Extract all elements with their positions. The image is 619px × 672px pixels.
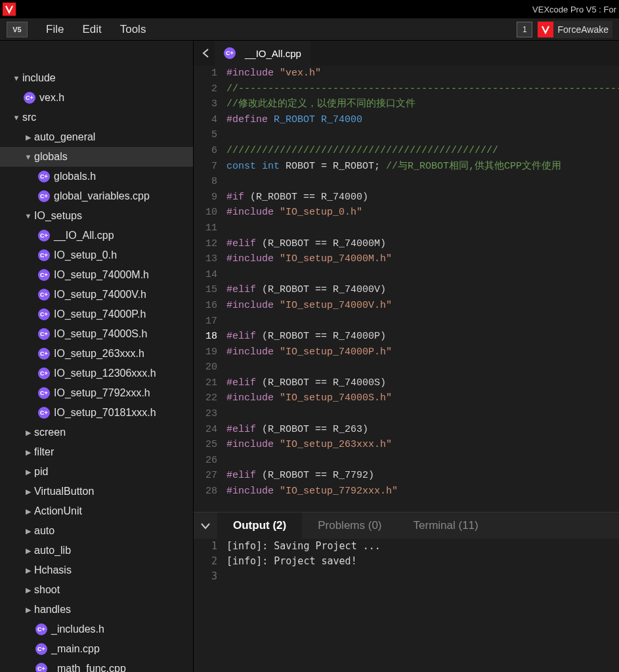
editor-tabbar: C+ __IO_All.cpp: [194, 41, 619, 66]
cpp-icon: C+: [38, 328, 50, 340]
back-button[interactable]: [198, 49, 215, 58]
tree-folder-virtualbutton[interactable]: VirtualButton: [0, 482, 193, 501]
panel-tab-terminal[interactable]: Terminal (11): [398, 513, 494, 539]
tree-file-global-variables[interactable]: C+global_variables.cpp: [0, 186, 193, 206]
cpp-icon: C+: [38, 230, 50, 242]
window-title: VEXcode Pro V5 : For: [532, 5, 616, 14]
active-line-gutter: 18: [194, 329, 226, 345]
tree-file-main-cpp[interactable]: C+_main.cpp: [0, 639, 193, 659]
tree-file-io-7792[interactable]: C+IO_setup_7792xxx.h: [0, 383, 193, 403]
cpp-icon: C+: [38, 387, 50, 399]
tree-folder-shoot[interactable]: shoot: [0, 580, 193, 600]
tree-folder-auto-general[interactable]: auto_general: [0, 127, 193, 147]
cpp-icon: C+: [38, 171, 50, 182]
cpp-icon: C+: [38, 269, 50, 281]
tree-file-io-74000m[interactable]: C+IO_setup_74000M.h: [0, 265, 193, 285]
cpp-icon: C+: [224, 47, 236, 59]
cpp-icon: C+: [38, 368, 50, 379]
tree-file-globals-h[interactable]: C+globals.h: [0, 167, 193, 186]
tree-folder-actionunit[interactable]: ActionUnit: [0, 501, 193, 521]
menu-file[interactable]: File: [37, 19, 73, 40]
tree-folder-handles[interactable]: handles: [0, 600, 193, 620]
project-selector[interactable]: ForceAwake: [538, 21, 612, 38]
tab-filename: __IO_All.cpp: [245, 48, 301, 59]
tree-folder-src[interactable]: src: [0, 108, 193, 127]
tree-folder-auto-lib[interactable]: auto_lib: [0, 541, 193, 560]
tree-file-includes-h[interactable]: C+_includes.h: [0, 620, 193, 639]
code-editor[interactable]: 1#include "vex.h" 2//-------------------…: [194, 66, 619, 512]
cpp-icon: C+: [38, 308, 50, 320]
cpp-icon: C+: [38, 249, 50, 261]
open-files-count[interactable]: 1: [517, 22, 532, 37]
tree-folder-screen[interactable]: screen: [0, 423, 193, 442]
app-logo-icon: [3, 3, 16, 16]
output-console[interactable]: 1[info]: Saving Project ... 2[info]: Pro…: [194, 539, 619, 672]
tree-file-io-all[interactable]: C+__IO_All.cpp: [0, 226, 193, 245]
tree-file-io-74000p[interactable]: C+IO_setup_74000P.h: [0, 304, 193, 324]
cpp-icon: C+: [24, 92, 35, 104]
tree-file-vex-h[interactable]: C+vex.h: [0, 88, 193, 108]
file-explorer[interactable]: include C+vex.h src auto_general globals…: [0, 41, 194, 672]
cpp-icon: C+: [38, 407, 50, 419]
project-name-label: ForceAwake: [557, 24, 608, 35]
tree-folder-auto[interactable]: auto: [0, 521, 193, 541]
platform-icon[interactable]: V5: [7, 22, 28, 37]
cpp-icon: C+: [38, 289, 50, 301]
tree-file-io-12306[interactable]: C+IO_setup_12306xxx.h: [0, 364, 193, 383]
project-logo-icon: [538, 22, 553, 37]
tree-folder-io-setups[interactable]: IO_setups: [0, 206, 193, 226]
panel-tab-problems[interactable]: Problems (0): [302, 513, 397, 539]
bottom-panel: Output (2) Problems (0) Terminal (11) 1[…: [194, 512, 619, 672]
tree-folder-hchasis[interactable]: Hchasis: [0, 560, 193, 580]
cpp-icon: C+: [35, 663, 47, 672]
menubar: V5 File Edit Tools 1 ForceAwake: [0, 18, 619, 41]
editor-tab[interactable]: C+ __IO_All.cpp: [215, 41, 310, 66]
tree-file-io-70181[interactable]: C+IO_setup_70181xxx.h: [0, 403, 193, 423]
tree-file-io-74000v[interactable]: C+IO_setup_74000V.h: [0, 285, 193, 304]
tree-file-io-74000s[interactable]: C+IO_setup_74000S.h: [0, 324, 193, 344]
tree-file-io-0[interactable]: C+IO_setup_0.h: [0, 245, 193, 265]
panel-collapse-button[interactable]: [194, 520, 217, 531]
tree-file-io-263[interactable]: C+IO_setup_263xxx.h: [0, 344, 193, 364]
tree-file-math-func[interactable]: C+_math_func.cpp: [0, 659, 193, 672]
tree-folder-globals[interactable]: globals: [0, 147, 193, 167]
cpp-icon: C+: [38, 348, 50, 360]
menu-tools[interactable]: Tools: [111, 19, 156, 40]
cpp-icon: C+: [35, 643, 47, 655]
tree-folder-pid[interactable]: pid: [0, 462, 193, 482]
menu-edit[interactable]: Edit: [73, 19, 110, 40]
titlebar: VEXcode Pro V5 : For: [0, 0, 619, 18]
cpp-icon: C+: [38, 190, 50, 202]
tree-folder-include[interactable]: include: [0, 68, 193, 88]
panel-tab-output[interactable]: Output (2): [217, 513, 302, 539]
cpp-icon: C+: [35, 623, 47, 635]
tree-folder-filter[interactable]: filter: [0, 442, 193, 462]
